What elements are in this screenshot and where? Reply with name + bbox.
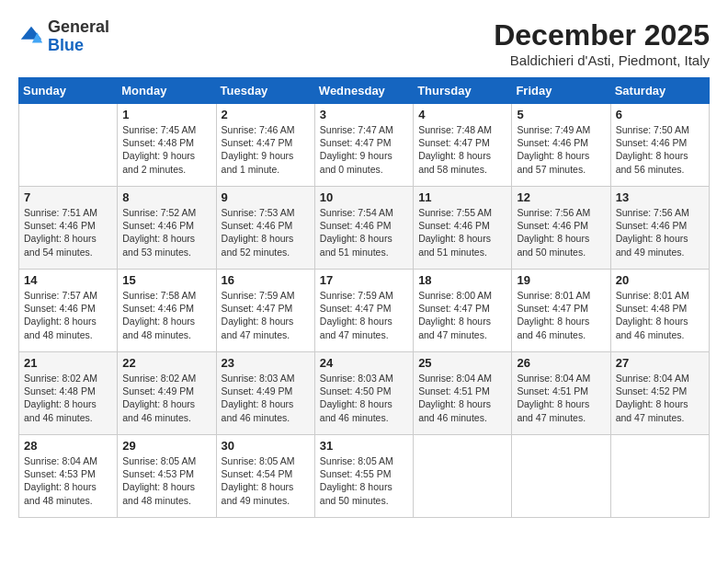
calendar-cell: 9Sunrise: 7:53 AMSunset: 4:46 PMDaylight… [216, 187, 314, 270]
day-number: 11 [418, 190, 506, 204]
day-info: Sunrise: 8:02 AMSunset: 4:49 PMDaylight:… [122, 372, 210, 424]
day-number: 12 [517, 190, 605, 204]
calendar-cell: 11Sunrise: 7:55 AMSunset: 4:46 PMDayligh… [414, 187, 512, 270]
day-number: 9 [222, 190, 310, 204]
day-number: 7 [24, 190, 112, 204]
day-info: Sunrise: 7:46 AMSunset: 4:47 PMDaylight:… [222, 123, 310, 176]
day-info: Sunrise: 8:04 AMSunset: 4:51 PMDaylight:… [517, 372, 605, 424]
day-info: Sunrise: 8:02 AMSunset: 4:48 PMDaylight:… [24, 372, 112, 424]
calendar-cell: 1Sunrise: 7:45 AMSunset: 4:48 PMDaylight… [118, 104, 216, 187]
calendar-cell: 12Sunrise: 7:56 AMSunset: 4:46 PMDayligh… [512, 187, 610, 270]
calendar-cell: 3Sunrise: 7:47 AMSunset: 4:47 PMDaylight… [314, 104, 413, 187]
day-info: Sunrise: 8:04 AMSunset: 4:51 PMDaylight:… [418, 372, 506, 424]
day-number: 29 [122, 439, 210, 453]
calendar-cell: 29Sunrise: 8:05 AMSunset: 4:53 PMDayligh… [118, 435, 216, 518]
calendar-cell: 19Sunrise: 8:01 AMSunset: 4:47 PMDayligh… [512, 270, 610, 352]
logo-icon [18, 24, 44, 50]
day-info: Sunrise: 7:56 AMSunset: 4:46 PMDaylight:… [517, 206, 605, 259]
day-info: Sunrise: 8:01 AMSunset: 4:48 PMDaylight:… [616, 289, 704, 341]
calendar-week-row: 21Sunrise: 8:02 AMSunset: 4:48 PMDayligh… [19, 352, 710, 435]
day-number: 13 [616, 190, 704, 204]
day-info: Sunrise: 8:05 AMSunset: 4:55 PMDaylight:… [320, 454, 408, 507]
calendar-cell: 17Sunrise: 7:59 AMSunset: 4:47 PMDayligh… [314, 270, 413, 352]
day-number: 20 [616, 273, 704, 287]
day-info: Sunrise: 7:52 AMSunset: 4:46 PMDaylight:… [122, 206, 210, 259]
logo: General Blue [18, 18, 109, 55]
calendar-cell: 10Sunrise: 7:54 AMSunset: 4:46 PMDayligh… [314, 187, 413, 270]
calendar-cell: 26Sunrise: 8:04 AMSunset: 4:51 PMDayligh… [512, 352, 610, 435]
calendar-cell: 7Sunrise: 7:51 AMSunset: 4:46 PMDaylight… [19, 187, 118, 270]
calendar-cell: 20Sunrise: 8:01 AMSunset: 4:48 PMDayligh… [610, 270, 709, 352]
day-number: 3 [320, 108, 408, 121]
calendar-cell [19, 104, 118, 187]
day-info: Sunrise: 8:00 AMSunset: 4:47 PMDaylight:… [418, 289, 506, 341]
day-of-week-header: Monday [118, 78, 216, 104]
calendar-week-row: 14Sunrise: 7:57 AMSunset: 4:46 PMDayligh… [19, 270, 710, 352]
calendar-cell [512, 435, 610, 518]
day-info: Sunrise: 7:59 AMSunset: 4:47 PMDaylight:… [222, 289, 310, 341]
calendar-header: SundayMondayTuesdayWednesdayThursdayFrid… [19, 78, 710, 104]
day-number: 8 [122, 190, 210, 204]
day-number: 4 [418, 108, 506, 121]
calendar-cell: 16Sunrise: 7:59 AMSunset: 4:47 PMDayligh… [216, 270, 314, 352]
day-number: 16 [222, 273, 310, 287]
day-info: Sunrise: 7:59 AMSunset: 4:47 PMDaylight:… [320, 289, 408, 341]
header-row: SundayMondayTuesdayWednesdayThursdayFrid… [19, 78, 710, 104]
calendar-cell [610, 435, 709, 518]
day-info: Sunrise: 7:48 AMSunset: 4:47 PMDaylight:… [418, 123, 506, 176]
calendar-cell: 15Sunrise: 7:58 AMSunset: 4:46 PMDayligh… [118, 270, 216, 352]
calendar-body: 1Sunrise: 7:45 AMSunset: 4:48 PMDaylight… [19, 104, 710, 518]
day-number: 30 [222, 439, 310, 453]
calendar-cell: 25Sunrise: 8:04 AMSunset: 4:51 PMDayligh… [414, 352, 512, 435]
calendar-cell: 14Sunrise: 7:57 AMSunset: 4:46 PMDayligh… [19, 270, 118, 352]
calendar-cell: 27Sunrise: 8:04 AMSunset: 4:52 PMDayligh… [610, 352, 709, 435]
day-number: 26 [517, 356, 605, 370]
day-info: Sunrise: 8:05 AMSunset: 4:53 PMDaylight:… [122, 454, 210, 507]
day-number: 21 [24, 356, 112, 370]
day-info: Sunrise: 8:03 AMSunset: 4:50 PMDaylight:… [320, 372, 408, 424]
day-of-week-header: Sunday [19, 78, 118, 104]
location: Baldichieri d'Asti, Piedmont, Italy [494, 52, 710, 68]
day-number: 10 [320, 190, 408, 204]
day-info: Sunrise: 7:58 AMSunset: 4:46 PMDaylight:… [122, 289, 210, 341]
day-info: Sunrise: 7:55 AMSunset: 4:46 PMDaylight:… [418, 206, 506, 259]
day-info: Sunrise: 7:53 AMSunset: 4:46 PMDaylight:… [222, 206, 310, 259]
day-info: Sunrise: 7:56 AMSunset: 4:46 PMDaylight:… [616, 206, 704, 259]
title-block: December 2025 Baldichieri d'Asti, Piedmo… [494, 18, 710, 68]
calendar-cell: 30Sunrise: 8:05 AMSunset: 4:54 PMDayligh… [216, 435, 314, 518]
calendar-week-row: 1Sunrise: 7:45 AMSunset: 4:48 PMDaylight… [19, 104, 710, 187]
day-info: Sunrise: 7:54 AMSunset: 4:46 PMDaylight:… [320, 206, 408, 259]
day-number: 31 [320, 439, 408, 453]
day-number: 18 [418, 273, 506, 287]
day-number: 1 [122, 108, 210, 121]
day-number: 17 [320, 273, 408, 287]
day-info: Sunrise: 8:01 AMSunset: 4:47 PMDaylight:… [517, 289, 605, 341]
day-number: 2 [222, 108, 310, 121]
day-info: Sunrise: 7:49 AMSunset: 4:46 PMDaylight:… [517, 123, 605, 176]
calendar-cell: 18Sunrise: 8:00 AMSunset: 4:47 PMDayligh… [414, 270, 512, 352]
calendar-cell: 8Sunrise: 7:52 AMSunset: 4:46 PMDaylight… [118, 187, 216, 270]
day-info: Sunrise: 7:45 AMSunset: 4:48 PMDaylight:… [122, 123, 210, 176]
day-number: 28 [24, 439, 112, 453]
calendar-cell: 13Sunrise: 7:56 AMSunset: 4:46 PMDayligh… [610, 187, 709, 270]
calendar-cell: 6Sunrise: 7:50 AMSunset: 4:46 PMDaylight… [610, 104, 709, 187]
day-info: Sunrise: 8:03 AMSunset: 4:49 PMDaylight:… [222, 372, 310, 424]
day-info: Sunrise: 8:05 AMSunset: 4:54 PMDaylight:… [222, 454, 310, 507]
day-of-week-header: Tuesday [216, 78, 314, 104]
calendar-cell: 2Sunrise: 7:46 AMSunset: 4:47 PMDaylight… [216, 104, 314, 187]
calendar-cell: 21Sunrise: 8:02 AMSunset: 4:48 PMDayligh… [19, 352, 118, 435]
day-info: Sunrise: 8:04 AMSunset: 4:52 PMDaylight:… [616, 372, 704, 424]
month-title: December 2025 [494, 18, 710, 52]
day-number: 6 [616, 108, 704, 121]
calendar-cell: 5Sunrise: 7:49 AMSunset: 4:46 PMDaylight… [512, 104, 610, 187]
day-number: 19 [517, 273, 605, 287]
calendar-cell: 31Sunrise: 8:05 AMSunset: 4:55 PMDayligh… [314, 435, 413, 518]
day-number: 25 [418, 356, 506, 370]
day-info: Sunrise: 8:04 AMSunset: 4:53 PMDaylight:… [24, 454, 112, 507]
calendar-week-row: 28Sunrise: 8:04 AMSunset: 4:53 PMDayligh… [19, 435, 710, 518]
day-of-week-header: Wednesday [314, 78, 413, 104]
day-number: 22 [122, 356, 210, 370]
day-number: 15 [122, 273, 210, 287]
day-info: Sunrise: 7:47 AMSunset: 4:47 PMDaylight:… [320, 123, 408, 176]
logo-text: General Blue [48, 18, 109, 55]
